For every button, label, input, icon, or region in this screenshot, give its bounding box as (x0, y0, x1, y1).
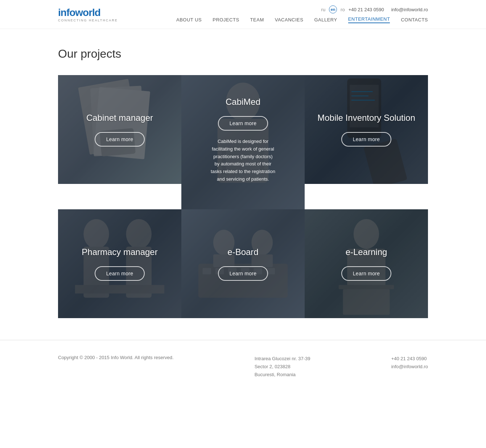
pharmacy-manager-title: Pharmacy manager (82, 247, 157, 257)
project-card-cabimed[interactable]: CabiMed Learn more CabiMed is designed f… (181, 75, 305, 209)
footer-address-line1: Intrarea Glucozei nr. 37-39 (255, 355, 310, 363)
mobile-inventory-learn-more[interactable]: Learn more (341, 132, 392, 147)
contact-info: +40 21 243 0590 info@infoworld.ro (349, 7, 428, 12)
footer-address-line2: Sector 2, 023828 (255, 363, 310, 371)
footer-email: info@infoworld.ro (391, 363, 428, 371)
nav-vacancies[interactable]: VACANCIES (275, 17, 304, 22)
footer-phone: +40 21 243 0590 (391, 355, 428, 363)
project-card-mobile-inventory[interactable]: Mobile Inventory Solution Learn more (305, 75, 428, 184)
footer-address: Intrarea Glucozei nr. 37-39 Sector 2, 02… (255, 355, 310, 379)
cabinet-manager-content: Cabinet manager Learn more (79, 106, 160, 154)
lang-en-button[interactable]: en (329, 5, 337, 13)
cabimed-title: CabiMed (226, 97, 260, 107)
eboard-title: e-Board (227, 247, 258, 257)
lang-ro[interactable]: ro (341, 7, 345, 12)
logo-subtitle: CONNECTING HEALTHCARE (58, 19, 118, 22)
project-card-pharmacy-manager[interactable]: Pharmacy manager Learn more (58, 209, 181, 318)
svg-rect-11 (351, 95, 368, 96)
main-nav: ABOUT US PROJECTS TEAM VACANCIES GALLERY… (176, 16, 428, 23)
header-phone: +40 21 243 0590 (349, 7, 384, 12)
lang-contact-row: ru en ro +40 21 243 0590 info@infoworld.… (321, 5, 428, 13)
project-card-cabinet-manager[interactable]: Cabinet manager Learn more (58, 75, 181, 184)
page-title: Our projects (58, 47, 428, 61)
cabimed-description: CabiMed is designed for facilitating the… (207, 138, 279, 183)
nav-gallery[interactable]: GALLERY (314, 17, 337, 22)
cabimed-content: CabiMed Learn more (211, 90, 276, 138)
footer-address-line3: Bucuresti, Romania (255, 371, 310, 379)
main-content: Our projects Cabinet manager Learn more (0, 29, 486, 340)
eboard-content: e-Board Learn more (211, 240, 276, 288)
cabimed-learn-more[interactable]: Learn more (218, 116, 268, 131)
mobile-inventory-content: Mobile Inventory Solution Learn more (310, 106, 422, 154)
mobile-inventory-title: Mobile Inventory Solution (317, 113, 415, 123)
svg-rect-20 (203, 268, 211, 275)
footer-copyright: Copyright © 2000 - 2015 Info World. All … (58, 355, 174, 360)
cabinet-manager-learn-more[interactable]: Learn more (95, 132, 145, 147)
header-email: info@infoworld.ro (391, 7, 428, 12)
nav-entertainment[interactable]: ENTERTAINMENT (348, 16, 390, 23)
eboard-learn-more[interactable]: Learn more (218, 266, 268, 281)
elearning-title: e-Learning (346, 247, 387, 257)
pharmacy-manager-content: Pharmacy manager Learn more (74, 240, 165, 288)
svg-rect-10 (351, 91, 373, 92)
nav-team[interactable]: TEAM (250, 17, 264, 22)
nav-projects[interactable]: PROJECTS (213, 17, 239, 22)
project-card-eboard[interactable]: e-Board Learn more (181, 209, 305, 318)
header: infoworld CONNECTING HEALTHCARE ru en ro… (0, 0, 486, 29)
pharmacy-manager-learn-more[interactable]: Learn more (95, 266, 145, 281)
svg-rect-12 (351, 100, 375, 100)
elearning-learn-more[interactable]: Learn more (341, 266, 392, 281)
nav-about-us[interactable]: ABOUT US (176, 17, 202, 22)
nav-contacts[interactable]: CONTACTS (401, 17, 428, 22)
footer-contact: +40 21 243 0590 info@infoworld.ro (391, 355, 428, 371)
project-card-elearning[interactable]: e-Learning Learn more (305, 209, 428, 318)
logo-text: infoworld (58, 7, 118, 19)
svg-rect-33 (343, 289, 390, 315)
logo[interactable]: infoworld CONNECTING HEALTHCARE (58, 7, 118, 22)
lang-ru[interactable]: ru (321, 7, 326, 12)
footer: Copyright © 2000 - 2015 Info World. All … (0, 340, 486, 393)
cabinet-manager-title: Cabinet manager (86, 113, 153, 123)
elearning-content: e-Learning Learn more (334, 240, 399, 288)
projects-grid: Cabinet manager Learn more CabiMed Learn… (58, 75, 428, 318)
